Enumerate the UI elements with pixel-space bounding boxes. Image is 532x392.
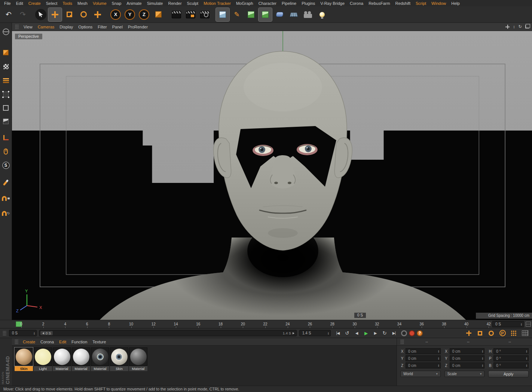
menu-item[interactable]: Tools [60, 1, 75, 6]
menu-item[interactable]: V-Ray Bridge [318, 1, 347, 6]
viewport[interactable]: Y X Z Perspective 0 S Grid Spacing : 100… [12, 31, 532, 320]
material-name[interactable]: Skin [15, 366, 33, 371]
timeline-tick[interactable]: 14 [174, 322, 178, 326]
deformer-button[interactable] [273, 8, 286, 21]
viewport-menu-item[interactable]: Options [76, 24, 95, 30]
menu-item[interactable]: Pipeline [279, 1, 299, 6]
menu-item[interactable]: Character [256, 1, 279, 6]
viewport-menu-item[interactable]: ProRender [125, 24, 150, 30]
position-x-field[interactable]: 0 cm▴▾ [406, 348, 441, 354]
record-rotation-button[interactable] [487, 330, 496, 337]
next-frame-button[interactable]: ▶ [371, 330, 380, 337]
position-z-field[interactable]: 0 cm▴▾ [406, 362, 441, 368]
stepper-icon[interactable]: ▴▾ [437, 364, 440, 367]
material-thumbnail[interactable] [15, 347, 33, 366]
menu-item[interactable]: Window [429, 1, 449, 6]
record-pla-button[interactable] [509, 330, 518, 337]
stepper-icon[interactable]: ▴▾ [437, 357, 440, 360]
redo-button[interactable]: ↷ [16, 8, 30, 21]
edges-mode-button[interactable] [1, 102, 11, 113]
undo-button[interactable]: ↶ [2, 8, 15, 21]
timeline-tick[interactable]: 34 [397, 322, 401, 326]
timeline-tick[interactable]: 8 [107, 322, 111, 326]
points-mode-button[interactable] [1, 89, 11, 99]
material-item[interactable]: Material [129, 347, 147, 371]
timeline-tick[interactable]: 30 [352, 322, 357, 326]
rotation-b-field[interactable]: 0 °▴▾ [493, 362, 529, 368]
previous-frame-button[interactable]: ◀ [352, 330, 361, 337]
timeline-tick[interactable]: 18 [218, 322, 223, 326]
render-settings-button[interactable] [198, 8, 211, 21]
stepper-icon[interactable]: ▴▾ [327, 332, 330, 335]
viewport-menu-item[interactable]: Filter [95, 24, 109, 30]
render-to-picture-viewer-button[interactable] [184, 8, 197, 21]
material-menu-item[interactable]: Corona [38, 339, 56, 344]
stepper-icon[interactable]: ▴▾ [525, 364, 528, 367]
material-thumbnail[interactable] [72, 347, 90, 366]
size-y-field[interactable]: 0 cm▴▾ [450, 355, 485, 361]
spline-pen-button[interactable]: ✎ [230, 8, 244, 21]
paint-tool-button[interactable] [1, 177, 11, 188]
stepper-icon[interactable]: ▴▾ [481, 364, 484, 367]
menu-item[interactable]: Render [165, 1, 184, 6]
coord-column-header[interactable]: -- [408, 340, 446, 344]
timeline-tick[interactable]: 16 [196, 322, 200, 326]
snap-toggle-button[interactable]: S [1, 160, 11, 171]
environment-button[interactable] [287, 8, 300, 21]
model-mode-button[interactable] [1, 47, 11, 58]
menu-item[interactable]: Help [449, 1, 462, 6]
material-name[interactable]: Material [72, 366, 90, 371]
globe-icon[interactable] [1, 27, 11, 37]
timeline-tick[interactable]: 24 [285, 322, 290, 326]
viewport-menu-item[interactable]: Panel [110, 24, 125, 30]
range-end-handle[interactable]: 1.4 S [283, 330, 294, 336]
play-button[interactable]: ▶ [361, 330, 370, 337]
goto-start-button[interactable]: |◀ [333, 330, 342, 337]
timeline-tick[interactable]: 0 [19, 322, 23, 326]
timeline-tick[interactable]: 32 [375, 322, 379, 326]
lock-y-axis-button[interactable]: Y [123, 8, 137, 21]
material-thumbnail[interactable] [34, 347, 52, 366]
coord-column-header[interactable]: -- [449, 340, 487, 344]
enable-snap-button[interactable] [1, 193, 11, 203]
coordinate-system-button[interactable] [152, 8, 165, 21]
menu-item[interactable]: Plugins [299, 1, 318, 6]
range-start-handle[interactable]: 0 S [40, 331, 53, 335]
scale-tool[interactable] [62, 8, 76, 21]
lock-x-axis-button[interactable]: X [109, 8, 122, 21]
viewport-menu-item[interactable]: Display [57, 24, 76, 30]
timeline-tick[interactable]: 10 [129, 322, 133, 326]
menu-item[interactable]: Mesh [75, 1, 90, 6]
stepper-icon[interactable]: ▴▾ [33, 332, 36, 335]
timeline-tick[interactable]: 6 [85, 322, 89, 326]
material-thumbnail[interactable] [53, 347, 71, 366]
autokey-record-button[interactable] [409, 330, 415, 336]
material-item[interactable]: Material [91, 347, 109, 371]
material-item[interactable]: Skin [15, 347, 33, 371]
timeline-tick[interactable]: 38 [442, 322, 446, 326]
timeline-tick[interactable]: 26 [308, 322, 312, 326]
current-time-field[interactable]: 0 S ▴▾ [9, 330, 37, 336]
timeline-range-slider[interactable]: 0 S 1.4 S [39, 330, 297, 336]
menu-item[interactable]: Edit [13, 1, 26, 6]
rotate-view-icon[interactable]: ↻ [519, 25, 522, 29]
live-selection-tool[interactable] [34, 8, 48, 21]
menu-item[interactable]: Simulate [144, 1, 166, 6]
panel-grip[interactable] [3, 331, 6, 336]
menu-item[interactable]: Corona [347, 1, 366, 6]
lock-z-axis-button[interactable]: Z [137, 8, 151, 21]
timeline-tick[interactable]: 28 [330, 322, 334, 326]
menu-item[interactable]: Create [26, 1, 43, 6]
apply-button[interactable]: Apply [488, 371, 529, 377]
timeline-tick[interactable]: 42 [487, 322, 491, 326]
timeline-ruler[interactable]: 024681012141618202224262830323436384042 … [0, 320, 532, 328]
material-item[interactable]: Skin [110, 347, 128, 371]
menu-item[interactable]: Animate [124, 1, 144, 6]
record-position-button[interactable] [464, 330, 473, 337]
menu-item[interactable]: File [1, 1, 13, 6]
menu-item[interactable]: Select [43, 1, 60, 6]
menu-item[interactable]: Sculpt [184, 1, 201, 6]
viewport-menu-item[interactable]: View [21, 24, 35, 30]
rotation-p-field[interactable]: 0 °▴▾ [493, 355, 529, 361]
generator-button[interactable] [259, 8, 272, 21]
